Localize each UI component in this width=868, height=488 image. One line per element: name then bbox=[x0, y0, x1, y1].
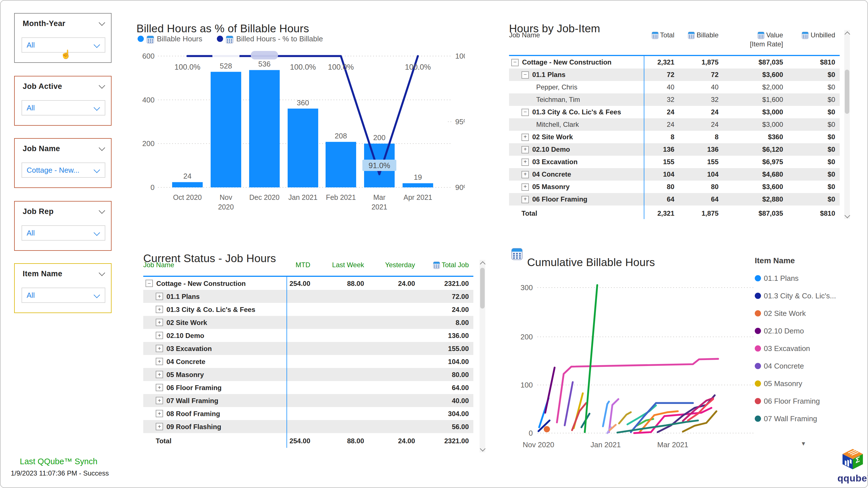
filter-dropdown[interactable]: All bbox=[22, 287, 105, 303]
table-row-04-concrete[interactable]: +04 Concrete104.00 bbox=[143, 355, 473, 368]
column-header-last-week[interactable]: Last Week bbox=[315, 259, 369, 269]
table-row-teichman-tim[interactable]: Teichman, Tim3232$1,600$0 bbox=[509, 93, 840, 106]
chevron-down-icon[interactable] bbox=[99, 82, 105, 89]
legend-item-05-masonry[interactable]: 05 Masonry bbox=[755, 375, 836, 392]
table-row-03-excavation[interactable]: +03 Excavation155155$6,975$0 bbox=[509, 156, 840, 168]
legend-more-chevron-icon[interactable]: ▼ bbox=[781, 440, 826, 447]
cumulative-line-chart[interactable]: 3002001000Nov 2020Jan 2021Mar 2021 bbox=[499, 265, 762, 462]
table-row-04-concrete[interactable]: +04 Concrete104104$4,680$0 bbox=[509, 168, 840, 181]
expand-button[interactable]: + bbox=[156, 306, 163, 313]
legend-item-06-floor-framing[interactable]: 06 Floor Framing bbox=[755, 392, 836, 410]
table-row-05-masonry[interactable]: +05 Masonry8080$3,600$0 bbox=[509, 181, 840, 193]
column-header-mtd[interactable]: MTD bbox=[286, 259, 315, 269]
hours-table-scrollbar[interactable] bbox=[844, 30, 850, 219]
table-row-02-10-demo[interactable]: +02.10 Demo136136$6,120$0 bbox=[509, 143, 840, 156]
chevron-down-icon[interactable] bbox=[99, 270, 105, 276]
bar-Jan-2021[interactable] bbox=[288, 109, 318, 187]
series-line[interactable] bbox=[585, 285, 597, 432]
expand-button[interactable]: + bbox=[156, 384, 163, 391]
table-row-01-1-plans[interactable]: −01.1 Plans7272$3,600$0 bbox=[509, 68, 840, 81]
legend-item-02-10-demo[interactable]: 02.10 Demo bbox=[755, 322, 836, 340]
series-line-04-concrete[interactable] bbox=[565, 382, 573, 425]
expand-button[interactable]: + bbox=[522, 183, 529, 190]
legend-item-01-3-city-co-lic-s-[interactable]: 01.3 City & Co. Lic's... bbox=[755, 287, 836, 305]
column-header-unbilled[interactable]: Unbilled bbox=[787, 29, 840, 39]
expand-button[interactable]: + bbox=[156, 397, 163, 404]
legend-item-02-site-work[interactable]: 02 Site Work bbox=[755, 305, 836, 322]
legend-item-07-wall-framing[interactable]: 07 Wall Framing bbox=[755, 410, 836, 427]
table-row-01-3-city-co-lic-s-fees[interactable]: −01.3 City & Co. Lic's & Fees2424$3,000$… bbox=[509, 106, 840, 118]
table-row-09-roof-flashing[interactable]: +09 Roof Flashing56.00 bbox=[143, 420, 473, 433]
bar-Dec-2020[interactable] bbox=[249, 70, 280, 187]
bar-Feb-2021[interactable] bbox=[326, 142, 356, 187]
chevron-down-icon[interactable] bbox=[99, 208, 105, 214]
filter-dropdown[interactable]: All bbox=[22, 100, 105, 116]
table-row-02-site-work[interactable]: +02 Site Work88$360$0 bbox=[509, 131, 840, 143]
chevron-down-icon[interactable] bbox=[94, 229, 100, 236]
collapse-button[interactable]: − bbox=[146, 280, 153, 287]
chevron-down-icon[interactable] bbox=[94, 166, 100, 173]
expand-button[interactable]: + bbox=[156, 293, 163, 300]
chevron-down-icon[interactable] bbox=[94, 41, 100, 48]
legend-item-03-excavation[interactable]: 03 Excavation bbox=[755, 340, 836, 357]
legend-item-billable-hours[interactable]: Billable Hours bbox=[137, 34, 202, 43]
collapse-button[interactable]: − bbox=[522, 71, 529, 79]
status-table-scrollbar[interactable] bbox=[479, 260, 485, 452]
expand-button[interactable]: + bbox=[522, 133, 529, 141]
expand-button[interactable]: + bbox=[156, 358, 163, 365]
series-line-02-10-demo[interactable] bbox=[545, 368, 555, 413]
collapse-button[interactable]: − bbox=[511, 59, 519, 66]
expand-button[interactable]: + bbox=[522, 146, 529, 153]
bar-Apr-2021[interactable] bbox=[403, 183, 433, 187]
expand-button[interactable]: + bbox=[156, 423, 163, 430]
bar-Nov-2020[interactable] bbox=[211, 72, 241, 187]
scrollbar-thumb[interactable] bbox=[845, 70, 849, 114]
table-row-03-excavation[interactable]: +03 Excavation155.00 bbox=[143, 342, 473, 355]
column-header-total[interactable]: Total bbox=[644, 29, 679, 39]
column-header-billable[interactable]: Billable bbox=[679, 29, 723, 39]
expand-button[interactable]: + bbox=[156, 332, 163, 339]
point-marker-02-site-work[interactable] bbox=[544, 426, 550, 432]
legend-item-04-concrete[interactable]: 04 Concrete bbox=[755, 357, 836, 375]
column-header-job-name[interactable]: Job Name bbox=[143, 259, 286, 269]
column-header-job-name[interactable]: Job Name bbox=[509, 29, 644, 39]
table-row-02-site-work[interactable]: +02 Site Work8.00 bbox=[143, 316, 473, 329]
chevron-down-icon[interactable] bbox=[94, 104, 100, 111]
chevron-down-icon[interactable] bbox=[94, 292, 100, 298]
expand-button[interactable]: + bbox=[522, 158, 529, 165]
expand-button[interactable]: + bbox=[522, 195, 529, 203]
legend-item-01-1-plans[interactable]: 01.1 Plans bbox=[755, 270, 836, 287]
scrollbar-track[interactable] bbox=[844, 30, 850, 219]
expand-button[interactable]: + bbox=[156, 410, 163, 417]
chevron-down-icon[interactable] bbox=[99, 20, 105, 26]
legend-item-billed-hours-to-billable[interactable]: Billed Hours - % to Billable bbox=[217, 34, 323, 43]
chevron-down-icon[interactable] bbox=[99, 145, 105, 151]
table-row-01-3-city-co-lic-s-fees[interactable]: +01.3 City & Co. Lic's & Fees24.00 bbox=[143, 303, 473, 316]
table-row-05-masonry[interactable]: +05 Masonry80.00 bbox=[143, 368, 473, 381]
billed-hours-combo-chart[interactable]: 6004002000100%95%90%24528536360208200191… bbox=[136, 49, 465, 224]
scrollbar-thumb[interactable] bbox=[480, 268, 485, 308]
table-row-cottage-new-construction[interactable]: −Cottage - New Construction2,3211,875$87… bbox=[509, 56, 840, 68]
expand-button[interactable]: + bbox=[156, 319, 163, 326]
table-row-01-1-plans[interactable]: +01.1 Plans72.00 bbox=[143, 290, 473, 303]
expand-button[interactable]: + bbox=[522, 171, 529, 178]
bar-Oct-2020[interactable] bbox=[172, 182, 203, 187]
table-row-02-10-demo[interactable]: +02.10 Demo136.00 bbox=[143, 329, 473, 342]
collapse-button[interactable]: − bbox=[522, 109, 529, 116]
table-row-06-floor-framing[interactable]: +06 Floor Framing6464$2,880$0 bbox=[509, 193, 840, 206]
table-row-07-wall-framing[interactable]: +07 Wall Framing40.00 bbox=[143, 394, 473, 407]
column-header-yesterday[interactable]: Yesterday bbox=[369, 259, 420, 269]
series-line[interactable] bbox=[603, 402, 609, 426]
table-row-cottage-new-construction[interactable]: −Cottage - New Construction254.0088.0024… bbox=[143, 277, 473, 290]
table-row-mitchell-clark[interactable]: Mitchell, Clark2424$3,000$0 bbox=[509, 118, 840, 131]
column-header-total-job[interactable]: Total Job bbox=[420, 259, 473, 269]
column-header-value[interactable]: Value[Item Rate] bbox=[723, 29, 787, 49]
filter-dropdown[interactable]: Cottage - New... bbox=[22, 162, 105, 178]
expand-button[interactable]: + bbox=[156, 371, 163, 378]
series-line[interactable] bbox=[619, 412, 631, 424]
table-row-08-roof-framing[interactable]: +08 Roof Framing304.00 bbox=[143, 407, 473, 420]
table-row-pepper-chris[interactable]: Pepper, Chris4040$2,000$0 bbox=[509, 81, 840, 93]
filter-dropdown[interactable]: All bbox=[22, 225, 105, 241]
table-row-06-floor-framing[interactable]: +06 Floor Framing64.00 bbox=[143, 381, 473, 394]
expand-button[interactable]: + bbox=[156, 345, 163, 352]
